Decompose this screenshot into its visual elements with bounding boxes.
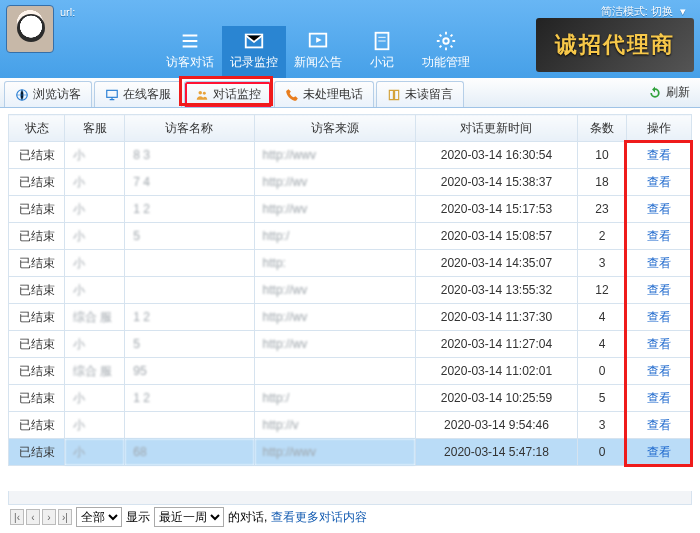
- col-header[interactable]: 操作: [627, 115, 692, 142]
- cell-visitor: [125, 412, 254, 439]
- url-label: url:: [60, 6, 75, 18]
- table-row[interactable]: 已结束综合 服1 2http://wv2020-03-14 11:37:304查…: [9, 304, 692, 331]
- view-link[interactable]: 查看: [647, 337, 671, 351]
- subtab-monitor[interactable]: 在线客服: [94, 81, 182, 107]
- col-header[interactable]: 访客名称: [125, 115, 254, 142]
- cell-action: 查看: [627, 439, 692, 466]
- svg-point-3: [443, 38, 449, 44]
- dropdown-icon[interactable]: ▾: [680, 5, 686, 17]
- cell-visitor: 5: [125, 331, 254, 358]
- cell-time: 2020-03-14 15:17:53: [416, 196, 578, 223]
- cell-action: 查看: [627, 196, 692, 223]
- cell-agent: 小: [65, 439, 125, 466]
- range-select[interactable]: 最近一周: [154, 507, 224, 527]
- nav-play[interactable]: 新闻公告: [286, 26, 350, 78]
- cell-count: 3: [577, 412, 627, 439]
- view-link[interactable]: 查看: [647, 175, 671, 189]
- nav-mail[interactable]: 记录监控: [222, 26, 286, 78]
- cell-source: http:/: [254, 385, 416, 412]
- table-row[interactable]: 已结束小8 3http://wwv2020-03-14 16:30:5410查看: [9, 142, 692, 169]
- cell-agent: 小: [65, 142, 125, 169]
- mode-action[interactable]: 切换: [651, 5, 673, 17]
- subtab-globe[interactable]: 浏览访客: [4, 81, 92, 107]
- view-link[interactable]: 查看: [647, 391, 671, 405]
- view-link[interactable]: 查看: [647, 310, 671, 324]
- subtab-phone[interactable]: 未处理电话: [274, 81, 374, 107]
- cell-time: 2020-03-14 11:02:01: [416, 358, 578, 385]
- col-header[interactable]: 条数: [577, 115, 627, 142]
- cell-visitor: [125, 250, 254, 277]
- view-link[interactable]: 查看: [647, 364, 671, 378]
- cell-count: 3: [577, 250, 627, 277]
- view-link[interactable]: 查看: [647, 229, 671, 243]
- cell-agent: 小: [65, 223, 125, 250]
- nav-label: 记录监控: [230, 55, 278, 69]
- subtab-label: 未处理电话: [303, 86, 363, 103]
- col-header[interactable]: 客服: [65, 115, 125, 142]
- cell-visitor: 8 3: [125, 142, 254, 169]
- cell-action: 查看: [627, 169, 692, 196]
- cell-count: 4: [577, 331, 627, 358]
- table-row[interactable]: 已结束小http:2020-03-14 14:35:073查看: [9, 250, 692, 277]
- cell-time: 2020-03-14 11:37:30: [416, 304, 578, 331]
- cell-agent: 小: [65, 331, 125, 358]
- mode-switch[interactable]: 简洁模式: 切换 ▾: [601, 4, 686, 19]
- nav-list[interactable]: 访客对话: [158, 26, 222, 78]
- cell-source: http:: [254, 250, 416, 277]
- view-link[interactable]: 查看: [647, 445, 671, 459]
- pager-prev-icon[interactable]: ‹: [26, 509, 40, 525]
- cell-time: 2020-03-14 15:38:37: [416, 169, 578, 196]
- filter-all-select[interactable]: 全部: [76, 507, 122, 527]
- table-row[interactable]: 已结束小http://wv2020-03-14 13:55:3212查看: [9, 277, 692, 304]
- cell-count: 12: [577, 277, 627, 304]
- cell-action: 查看: [627, 223, 692, 250]
- table-row[interactable]: 已结束小1 2http://wv2020-03-14 15:17:5323查看: [9, 196, 692, 223]
- subtab-book[interactable]: 未读留言: [376, 81, 464, 107]
- cell-count: 10: [577, 142, 627, 169]
- cell-status: 已结束: [9, 223, 65, 250]
- table-row[interactable]: 已结束小http://v2020-03-14 9:54:463查看: [9, 412, 692, 439]
- cell-status: 已结束: [9, 250, 65, 277]
- cell-status: 已结束: [9, 412, 65, 439]
- view-link[interactable]: 查看: [647, 148, 671, 162]
- cell-agent: 小: [65, 250, 125, 277]
- cell-count: 2: [577, 223, 627, 250]
- subtab-label: 未读留言: [405, 86, 453, 103]
- nav-note[interactable]: 小记: [350, 26, 414, 78]
- table-row[interactable]: 已结束综合 服 952020-03-14 11:02:010查看: [9, 358, 692, 385]
- table-row[interactable]: 已结束小1 2http:/2020-03-14 10:25:595查看: [9, 385, 692, 412]
- cell-time: 2020-03-14 5:47:18: [416, 439, 578, 466]
- cell-agent: 综合 服: [65, 304, 125, 331]
- subtab-people[interactable]: 对话监控: [184, 81, 272, 107]
- subtab-label: 浏览访客: [33, 86, 81, 103]
- nav-gear[interactable]: 功能管理: [414, 26, 478, 78]
- refresh-button[interactable]: 刷新: [648, 84, 690, 101]
- pager-last-icon[interactable]: ›|: [58, 509, 72, 525]
- nav-label: 功能管理: [422, 55, 470, 69]
- col-header[interactable]: 访客来源: [254, 115, 416, 142]
- view-link[interactable]: 查看: [647, 256, 671, 270]
- more-link[interactable]: 查看更多对话内容: [271, 509, 367, 526]
- cell-count: 4: [577, 304, 627, 331]
- view-link[interactable]: 查看: [647, 283, 671, 297]
- pager[interactable]: |‹ ‹ › ›|: [10, 509, 72, 525]
- table-row[interactable]: 已结束小7 4http://wv2020-03-14 15:38:3718查看: [9, 169, 692, 196]
- cell-action: 查看: [627, 277, 692, 304]
- list-icon: [176, 30, 204, 52]
- cell-time: 2020-03-14 9:54:46: [416, 412, 578, 439]
- horizontal-scrollbar[interactable]: [8, 491, 692, 505]
- table-row[interactable]: 已结束小68http://wwv2020-03-14 5:47:180查看: [9, 439, 692, 466]
- cell-action: 查看: [627, 358, 692, 385]
- col-header[interactable]: 状态: [9, 115, 65, 142]
- cell-agent: 小: [65, 277, 125, 304]
- col-header[interactable]: 对话更新时间: [416, 115, 578, 142]
- pager-next-icon[interactable]: ›: [42, 509, 56, 525]
- cell-agent: 小: [65, 385, 125, 412]
- view-link[interactable]: 查看: [647, 418, 671, 432]
- refresh-label: 刷新: [666, 84, 690, 101]
- table-row[interactable]: 已结束小 5http://wv2020-03-14 11:27:044查看: [9, 331, 692, 358]
- pager-first-icon[interactable]: |‹: [10, 509, 24, 525]
- view-link[interactable]: 查看: [647, 202, 671, 216]
- cell-agent: 小: [65, 169, 125, 196]
- table-row[interactable]: 已结束小 5http:/2020-03-14 15:08:572查看: [9, 223, 692, 250]
